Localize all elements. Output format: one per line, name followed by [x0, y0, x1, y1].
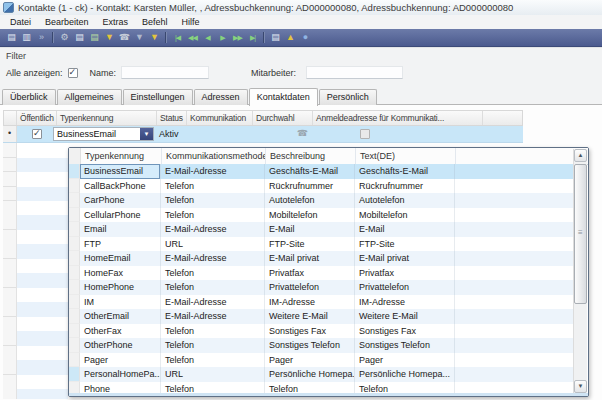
nav-fast-back-icon[interactable]: ◀◀: [186, 31, 199, 44]
dropdown-cell[interactable]: HomePhone: [80, 280, 161, 295]
phone-icon[interactable]: ☎: [118, 31, 131, 44]
nav-first-icon[interactable]: |◀: [171, 31, 184, 44]
dropdown-cell[interactable]: Mobiltelefon: [355, 208, 455, 223]
dropdown-cell[interactable]: Telefon: [161, 353, 265, 368]
typenkennung-combobox[interactable]: BusinessEmail ▼: [53, 127, 154, 141]
dropdown-cell[interactable]: CarPhone: [80, 193, 161, 208]
grid-header-durchwahl[interactable]: Durchwahl: [253, 111, 313, 125]
dropdown-cell[interactable]: URL: [161, 237, 265, 252]
dropdown-cell[interactable]: Telefon: [161, 338, 265, 353]
menu-item-bearbeiten[interactable]: Bearbeiten: [38, 15, 96, 29]
dropdown-cell[interactable]: Phone: [80, 382, 161, 394]
dropdown-cell[interactable]: IM-Adresse: [265, 295, 355, 310]
dropdown-cell[interactable]: E-Mail privat: [355, 251, 455, 266]
dropdown-header-beschreibung[interactable]: Beschreibung: [266, 148, 356, 164]
filter-remove-icon[interactable]: ▼: [148, 31, 161, 44]
dropdown-cell[interactable]: Sonstiges Telefon: [355, 338, 455, 353]
dropdown-cell[interactable]: Telefon: [161, 266, 265, 281]
dropdown-cell[interactable]: BusinessEmail: [80, 164, 161, 179]
export-document-icon[interactable]: ▤: [88, 31, 101, 44]
menu-item-datei[interactable]: Datei: [3, 15, 38, 29]
settings-gear-icon[interactable]: ⚙: [58, 31, 71, 44]
filter-phone-icon[interactable]: ▼: [133, 31, 146, 44]
dropdown-cell[interactable]: Privattelefon: [355, 280, 455, 295]
combobox-dropdown-button[interactable]: ▼: [140, 128, 153, 140]
dropdown-cell[interactable]: E-Mail: [265, 222, 355, 237]
dropdown-cell[interactable]: HomeEmail: [80, 251, 161, 266]
dropdown-row-homefax[interactable]: HomeFaxTelefonPrivatfaxPrivatfax: [69, 266, 574, 281]
dropdown-cell[interactable]: E-Mail-Adresse: [161, 251, 265, 266]
dropdown-cell[interactable]: FTP-Site: [355, 237, 455, 252]
dropdown-cell[interactable]: Persönliche Homepa...: [265, 367, 355, 382]
show-all-checkbox[interactable]: [68, 68, 78, 78]
dropdown-cell[interactable]: Privatfax: [355, 266, 455, 281]
dropdown-cell[interactable]: E-Mail privat: [265, 251, 355, 266]
dropdown-cell[interactable]: Telefon: [161, 324, 265, 339]
dropdown-cell[interactable]: E-Mail-Adresse: [161, 295, 265, 310]
dropdown-cell[interactable]: Telefon: [161, 193, 265, 208]
dropdown-cell[interactable]: Persönliche Homepa...: [355, 367, 455, 382]
dropdown-cell[interactable]: Mobiltelefon: [265, 208, 355, 223]
dropdown-cell[interactable]: CellularPhone: [80, 208, 161, 223]
tab-persönlich[interactable]: Persönlich: [319, 89, 377, 105]
grid-header-anmeldeadresse-für-kommunikati[interactable]: Anmeldeadresse für Kommunikati...: [313, 111, 483, 125]
menu-item-befehl[interactable]: Befehl: [135, 15, 175, 29]
new-document-icon[interactable]: ▤: [5, 31, 18, 44]
dropdown-row-ftp[interactable]: FTPURLFTP-SiteFTP-Site: [69, 237, 574, 252]
name-input[interactable]: [121, 66, 209, 79]
dropdown-cell[interactable]: Telefon: [355, 382, 455, 394]
dropdown-row-homephone[interactable]: HomePhoneTelefonPrivattelefonPrivattelef…: [69, 280, 574, 295]
dropdown-row-personalhomepa[interactable]: PersonalHomePa...URLPersönliche Homepa..…: [69, 367, 574, 382]
dropdown-cell[interactable]: Geschäfts-E-Mail: [355, 164, 455, 179]
dropdown-cell[interactable]: Telefon: [161, 382, 265, 394]
dropdown-row-pager[interactable]: PagerTelefonPagerPager: [69, 353, 574, 368]
dropdown-cell[interactable]: Rückrufnummer: [265, 179, 355, 194]
dropdown-header-typenkennung[interactable]: Typenkennung: [81, 148, 162, 164]
dropdown-cell[interactable]: OtherPhone: [80, 338, 161, 353]
dropdown-cell[interactable]: Sonstiges Telefon: [265, 338, 355, 353]
dropdown-cell[interactable]: CallBackPhone: [80, 179, 161, 194]
nav-forward-icon[interactable]: ▶: [216, 31, 229, 44]
dropdown-cell[interactable]: Autotelefon: [355, 193, 455, 208]
dropdown-cell[interactable]: Geschäfts-E-Mail: [265, 164, 355, 179]
dropdown-cell[interactable]: Autotelefon: [265, 193, 355, 208]
dropdown-cell[interactable]: Pager: [355, 353, 455, 368]
dropdown-cell[interactable]: Rückrufnummer: [355, 179, 455, 194]
nav-last-icon[interactable]: ▶|: [246, 31, 259, 44]
dropdown-cell[interactable]: Telefon: [265, 382, 355, 394]
dropdown-cell[interactable]: Telefon: [161, 280, 265, 295]
dropdown-cell[interactable]: PersonalHomePa...: [80, 367, 161, 382]
oeffentlich-checkbox[interactable]: [32, 129, 42, 139]
dropdown-row-im[interactable]: IME-Mail-AdresseIM-AdresseIM-Adresse: [69, 295, 574, 310]
dropdown-cell[interactable]: IM: [80, 295, 161, 310]
dropdown-cell[interactable]: IM-Adresse: [355, 295, 455, 310]
dropdown-cell[interactable]: Telefon: [161, 208, 265, 223]
grid-header-kommunikation[interactable]: Kommunikation: [187, 111, 253, 125]
dropdown-row-phone[interactable]: PhoneTelefonTelefonTelefon: [69, 382, 574, 394]
dropdown-row-otheremail[interactable]: OtherEmailE-Mail-AdresseWeitere E-MailWe…: [69, 309, 574, 324]
dropdown-cell[interactable]: E-Mail: [355, 222, 455, 237]
nav-back-icon[interactable]: ◀: [201, 31, 214, 44]
dropdown-cell[interactable]: FTP-Site: [265, 237, 355, 252]
dropdown-row-otherphone[interactable]: OtherPhoneTelefonSonstiges TelefonSonsti…: [69, 338, 574, 353]
dropdown-cell[interactable]: Weitere E-Mail: [355, 309, 455, 324]
nav-fast-forward-icon[interactable]: ▶▶: [231, 31, 244, 44]
dropdown-cell[interactable]: Privattelefon: [265, 280, 355, 295]
dropdown-cell[interactable]: Weitere E-Mail: [265, 309, 355, 324]
alert-icon[interactable]: ▲: [284, 31, 297, 44]
dropdown-cell[interactable]: OtherEmail: [80, 309, 161, 324]
web-globe-icon[interactable]: ●: [299, 31, 312, 44]
dropdown-cell[interactable]: Pager: [265, 353, 355, 368]
dropdown-row-carphone[interactable]: CarPhoneTelefonAutotelefonAutotelefon: [69, 193, 574, 208]
scroll-down-button[interactable]: ▼: [574, 380, 587, 393]
tab-kontaktdaten[interactable]: Kontaktdaten: [249, 88, 318, 106]
save-document-icon[interactable]: ▥: [20, 31, 33, 44]
dropdown-cell[interactable]: E-Mail-Adresse: [161, 222, 265, 237]
tab-allgemeines[interactable]: Allgemeines: [57, 89, 122, 105]
dropdown-row-businessemail[interactable]: BusinessEmailE-Mail-AdresseGeschäfts-E-M…: [69, 164, 574, 179]
dropdown-header-text-de[interactable]: Text(DE): [356, 148, 456, 164]
dropdown-cell[interactable]: E-Mail-Adresse: [161, 164, 265, 179]
dropdown-cell[interactable]: Email: [80, 222, 161, 237]
tab-überblick[interactable]: Überblick: [2, 89, 56, 105]
dropdown-cell[interactable]: Sonstiges Fax: [265, 324, 355, 339]
